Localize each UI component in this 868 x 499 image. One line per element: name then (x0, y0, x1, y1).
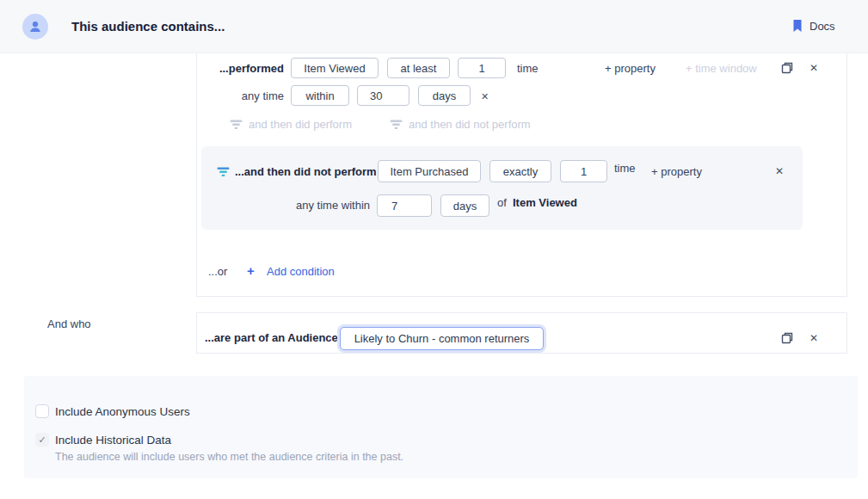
count-input[interactable] (458, 58, 506, 78)
remove-audience-condition-button[interactable]: ✕ (810, 332, 818, 344)
time-filter-prefix: any time (198, 89, 284, 102)
time-filter-unit-select[interactable]: days (418, 85, 471, 106)
audience-select[interactable]: Likely to Churn - common returners (340, 327, 544, 350)
sub-time-unit-label: time (614, 162, 636, 175)
duplicate-condition-button[interactable] (780, 61, 794, 75)
plus-icon[interactable]: + (247, 263, 255, 278)
docs-label: Docs (810, 20, 835, 33)
sub-operator-select[interactable]: exactly (489, 160, 551, 182)
person-icon (28, 20, 42, 34)
sub-window-value-input[interactable] (377, 194, 432, 217)
event-select[interactable]: Item Viewed (291, 58, 379, 78)
time-filter-value-input[interactable] (357, 85, 409, 106)
and-then-did-perform-button[interactable]: and then did perform (230, 118, 352, 131)
duplicate-icon (780, 331, 794, 345)
header: This audience contains... Docs (0, 0, 868, 53)
and-who-label: And who (47, 317, 91, 330)
duplicate-icon (780, 61, 794, 75)
include-historical-checkbox[interactable]: ✓ (35, 433, 49, 447)
remove-condition-button[interactable]: ✕ (810, 62, 818, 74)
include-anonymous-label: Include Anonymous Users (55, 405, 190, 418)
audience-avatar-icon (22, 14, 48, 40)
sub-window-unit-select[interactable]: days (440, 194, 489, 217)
check-icon: ✓ (38, 434, 46, 446)
include-historical-label: Include Historical Data (55, 434, 171, 447)
docs-link[interactable]: Docs (792, 19, 835, 33)
page-title: This audience contains... (71, 19, 225, 34)
sub-window-prefix: any time within (258, 199, 370, 212)
sub-add-property-button[interactable]: + property (651, 165, 702, 178)
add-time-window-button[interactable]: + time window (686, 62, 757, 75)
time-unit-label: time (517, 62, 539, 75)
and-then-did-not-perform-button[interactable]: and then did not perform (390, 118, 531, 131)
sub-of-label: of (497, 196, 507, 209)
sub-count-input[interactable] (560, 160, 607, 182)
audience-prefix: ...are part of an Audience (205, 331, 338, 344)
time-filter-operator-select[interactable]: within (291, 85, 349, 106)
or-label: ...or (208, 265, 227, 278)
funnel-icon (390, 120, 403, 130)
sub-of-event-label: Item Viewed (513, 196, 577, 209)
funnel-icon (230, 120, 243, 130)
add-condition-button[interactable]: Add condition (267, 265, 335, 278)
duplicate-audience-condition-button[interactable] (780, 331, 794, 345)
options-panel (24, 376, 858, 478)
remove-time-filter-button[interactable]: ✕ (481, 90, 489, 102)
include-anonymous-checkbox[interactable] (35, 404, 49, 418)
remove-sub-condition-button[interactable]: ✕ (775, 165, 784, 177)
sub-event-select[interactable]: Item Purchased (378, 160, 481, 182)
sub-condition-prefix: ...and then did not perform (235, 165, 377, 178)
funnel-icon-active (217, 167, 230, 177)
include-historical-description: The audience will include users who met … (55, 451, 403, 463)
sub-condition-block (201, 146, 803, 230)
operator-select[interactable]: at least (387, 58, 450, 78)
add-property-button[interactable]: + property (605, 62, 656, 75)
and-then-did-perform-label: and then did perform (249, 118, 352, 131)
and-then-did-not-perform-label: and then did not perform (409, 118, 531, 131)
bookmark-icon (792, 19, 803, 33)
performed-prefix: ...performed (198, 62, 284, 75)
